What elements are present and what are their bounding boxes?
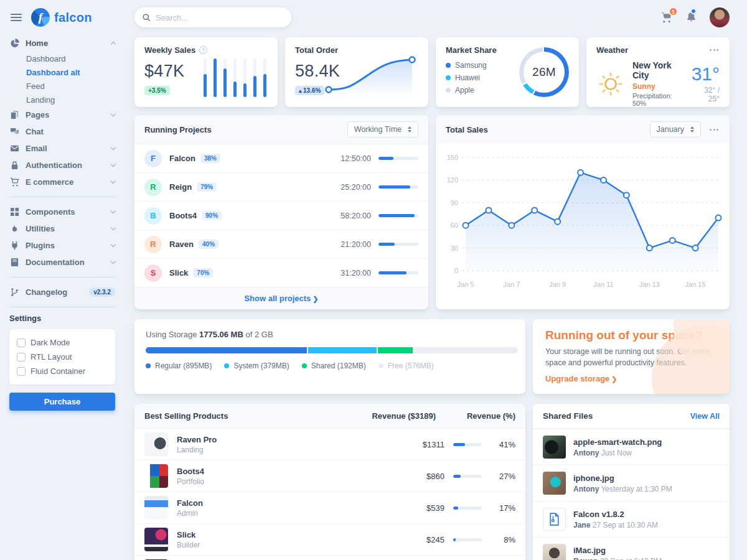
sort-caret-icon [408, 126, 411, 133]
legend-dot [446, 88, 451, 93]
main-content: 1 Weekly Sales $47K +3.5% [125, 0, 747, 560]
svg-text:Jan 7: Jan 7 [503, 281, 520, 288]
progress-bar [378, 243, 418, 246]
sidebar-item-feed[interactable]: Feed [9, 79, 115, 93]
total-order-sparkline [321, 51, 420, 100]
sidebar-item-ecommerce[interactable]: E commerce [9, 174, 115, 190]
dots-menu-icon[interactable] [708, 126, 720, 133]
dots-menu-icon[interactable] [708, 47, 720, 54]
sidebar-item-dashboard-alt[interactable]: Dashboard alt [9, 65, 115, 79]
sidebar-item-plugins[interactable]: Plugins [9, 237, 115, 254]
chevron-down-icon [111, 162, 116, 167]
total-order-card: Total Order 58.4K 13.6% [285, 37, 428, 107]
weather-precipitation: Precipitation: 50% [632, 92, 684, 107]
settings-heading: Settings [9, 314, 115, 323]
falcon-logo-text: falcon [54, 11, 92, 25]
zip-file-icon [543, 508, 566, 531]
card-title: Total Sales [446, 125, 488, 134]
product-row[interactable]: Raven ProLanding $1311 41% [134, 428, 525, 460]
chat-icon [9, 127, 19, 136]
view-all-link[interactable]: View All [690, 412, 720, 421]
svg-text:30: 30 [451, 245, 458, 252]
pages-icon [9, 110, 19, 119]
sidebar-item-email[interactable]: Email [9, 140, 115, 157]
dark-mode-toggle[interactable]: Dark Mode [17, 335, 108, 350]
sidebar-item-utilities[interactable]: Utilities [9, 220, 115, 237]
product-row[interactable]: Boots4Portfolio $860 27% [134, 460, 525, 492]
revenue-progress-bar [453, 538, 482, 541]
sidebar-item-chat[interactable]: Chat [9, 123, 115, 140]
progress-badge: 38% [200, 154, 220, 163]
file-item[interactable]: iMac.jpg Rowen 23 Sep at 6:10 PM [533, 537, 730, 560]
weather-city: New York City [632, 60, 684, 80]
progress-badge: 90% [202, 211, 222, 220]
sidebar-item-landing[interactable]: Landing [9, 93, 115, 106]
settings-card: Dark Mode RTL Layout Fluid Container [9, 329, 115, 385]
falcon-logo[interactable]: f falcon [31, 8, 92, 27]
rtl-layout-toggle[interactable]: RTL Layout [17, 350, 108, 364]
fluid-container-toggle[interactable]: Fluid Container [17, 364, 108, 378]
sidebar-item-components[interactable]: Components [9, 203, 115, 220]
project-avatar: R [144, 179, 162, 196]
sidebar-item-pages[interactable]: Pages [9, 106, 115, 123]
help-icon[interactable] [199, 46, 207, 54]
market-share-total: 26M [519, 47, 569, 97]
hamburger-menu-icon[interactable] [9, 11, 23, 24]
sun-icon [596, 70, 625, 98]
market-share-donut: 26M [519, 47, 569, 97]
search-box[interactable] [134, 7, 291, 27]
chevron-up-icon [111, 42, 116, 47]
weather-card: Weather New York City Sunny Precipitatio… [586, 37, 730, 107]
upgrade-space-card: Running out of your space? Your storage … [533, 319, 730, 394]
sort-caret-icon [690, 126, 694, 133]
month-select[interactable]: January [650, 121, 701, 138]
legend-item: Free (576MB) [378, 362, 434, 370]
product-row[interactable]: FalconAdmin $539 17% [134, 492, 525, 523]
notifications-button[interactable] [685, 11, 697, 24]
chevron-down-icon [111, 259, 116, 264]
project-row[interactable]: R Raven 40% 21:20:00 [134, 230, 428, 258]
dark-mode-checkbox[interactable] [17, 338, 26, 347]
search-icon [143, 14, 151, 22]
progress-badge: 40% [199, 240, 218, 249]
sidebar-item-changelog[interactable]: Changelog v2.3.2 [9, 284, 115, 301]
project-avatar: F [144, 150, 162, 167]
search-input[interactable] [156, 13, 283, 22]
upgrade-storage-link[interactable]: Upgrade storage [545, 374, 618, 383]
sidebar-item-documentation[interactable]: Documentation [9, 254, 115, 271]
progress-bar [378, 157, 418, 160]
file-thumbnail [543, 544, 566, 560]
working-time-select[interactable]: Working Time [347, 121, 418, 138]
sidebar-item-dashboard[interactable]: Dashboard [9, 52, 115, 65]
chevron-down-icon [111, 208, 116, 213]
show-all-projects-link[interactable]: Show all projects [134, 287, 428, 309]
weekly-sales-card: Weekly Sales $47K +3.5% [134, 37, 278, 107]
project-avatar: B [144, 207, 162, 225]
file-item[interactable]: Falcon v1.8.2 Jane 27 Sep at 10:30 AM [533, 501, 730, 537]
sidebar-item-authentication[interactable]: Authentication [9, 157, 115, 174]
legend-item: Regular (895MB) [146, 362, 212, 370]
project-row[interactable]: F Falcon 38% 12:50:00 [134, 144, 428, 172]
product-row[interactable]: SlickBuilder $245 8% [134, 523, 525, 555]
project-row[interactable]: R Reign 79% 25:20:00 [134, 172, 428, 201]
market-share-card: Market Share Samsung Huawei Apple 26M [436, 37, 579, 107]
cart-button[interactable]: 1 [660, 11, 673, 24]
purchase-button[interactable]: Purchase [9, 393, 115, 411]
file-item[interactable]: iphone.jpg Antony Yesterday at 1:30 PM [533, 465, 730, 501]
card-title: Weather [596, 45, 628, 55]
user-avatar[interactable] [710, 7, 730, 27]
envelope-icon [9, 144, 19, 153]
svg-text:120: 120 [447, 176, 458, 184]
legend-item: Shared (192MB) [302, 362, 366, 370]
sidebar-item-home[interactable]: Home [9, 35, 115, 52]
project-row[interactable]: B Boots4 90% 58:20:00 [134, 201, 428, 230]
grid-icon [9, 207, 19, 217]
rtl-layout-checkbox[interactable] [17, 353, 26, 362]
project-row[interactable]: S Slick 70% 31:20:00 [134, 258, 428, 287]
fluid-container-checkbox[interactable] [17, 367, 26, 376]
version-badge: v2.3.2 [89, 287, 115, 297]
legend-item: System (379MB) [224, 362, 289, 370]
file-item[interactable]: apple-smart-watch.png Antony Just Now [533, 429, 730, 465]
product-row-partial [134, 555, 525, 560]
card-title: Market Share [446, 45, 497, 55]
